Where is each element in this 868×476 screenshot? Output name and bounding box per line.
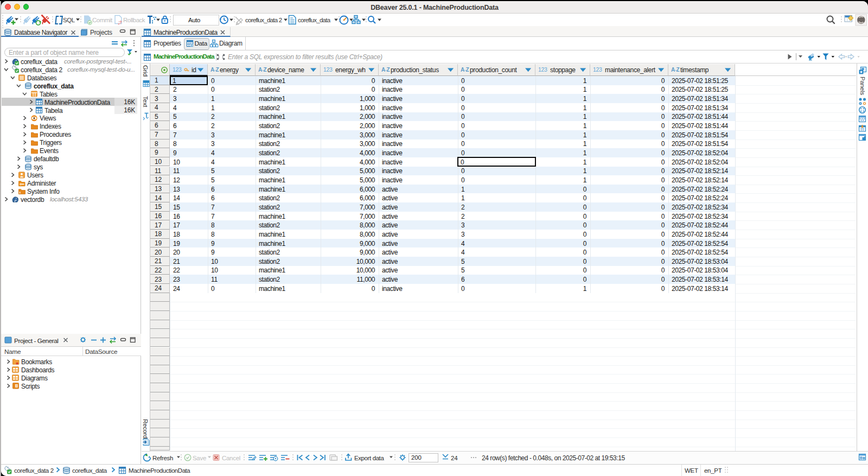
svg-text:SQL: SQL — [63, 17, 75, 23]
svg-text:Auto: Auto — [188, 17, 200, 23]
svg-text:Rollback: Rollback — [123, 17, 145, 23]
svg-text:coreflux_data 2: coreflux_data 2 — [245, 17, 282, 23]
svg-text:coreflux_data: coreflux_data — [298, 17, 331, 23]
svg-text:Commit: Commit — [92, 17, 113, 23]
